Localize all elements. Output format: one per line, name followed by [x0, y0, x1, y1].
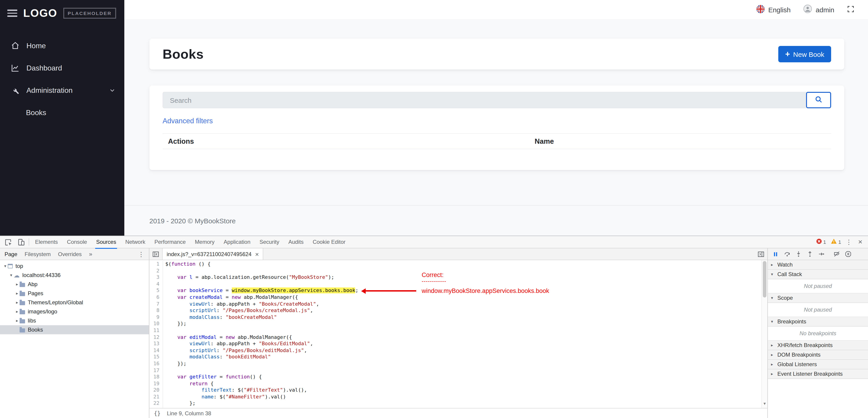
line-number[interactable]: 6	[149, 294, 163, 301]
navigator-tab-page[interactable]: Page	[5, 251, 17, 257]
line-number[interactable]: 14	[149, 347, 163, 354]
line-number[interactable]: 19	[149, 381, 163, 387]
pretty-print-icon[interactable]: {}	[154, 410, 160, 416]
line-number[interactable]: 7	[149, 301, 163, 308]
debugger-section-watch[interactable]: ▸Watch	[768, 260, 868, 270]
hamburger-menu-icon[interactable]	[7, 10, 17, 17]
devtools-tab-sources[interactable]: Sources	[92, 236, 121, 248]
sidebar-item-books[interactable]: Books	[0, 101, 124, 124]
line-number[interactable]: 18	[149, 374, 163, 381]
code-text[interactable]: var editModal = new abp.ModalManager({	[163, 334, 292, 341]
column-header-name[interactable]: Name	[529, 137, 831, 145]
line-number[interactable]: 16	[149, 361, 163, 367]
editor-file-tab[interactable]: index.js?_v=637211002407495624 ×	[162, 248, 264, 260]
user-menu[interactable]: admin	[803, 5, 834, 14]
error-badge[interactable]: 1	[814, 238, 828, 246]
debugger-section-dom-breakpoints[interactable]: ▸DOM Breakpoints	[768, 350, 868, 360]
tree-item-images-logo[interactable]: ▸images/logo	[0, 307, 149, 316]
line-number[interactable]: 4	[149, 281, 163, 288]
navigator-menu-icon[interactable]: ⋮	[138, 250, 144, 258]
devtools-tab-application[interactable]: Application	[219, 236, 255, 248]
devtools-tab-elements[interactable]: Elements	[31, 236, 62, 248]
code-text[interactable]: };	[163, 400, 195, 407]
line-number[interactable]: 1	[149, 261, 163, 268]
advanced-filters-link[interactable]: Advanced filters	[162, 116, 213, 125]
debugger-section-xhr-fetch-breakpoints[interactable]: ▸XHR/fetch Breakpoints	[768, 341, 868, 350]
language-selector[interactable]: English	[756, 5, 790, 14]
code-text[interactable]	[163, 327, 165, 334]
code-text[interactable]: scriptUrl: "/Pages/Books/createModal.js"…	[163, 308, 313, 314]
line-number[interactable]: 23	[149, 407, 163, 408]
debugger-section-call-stack[interactable]: ▾Call Stack	[768, 270, 868, 279]
debugger-section-global-listeners[interactable]: ▸Global Listeners	[768, 360, 868, 369]
step-over-icon[interactable]	[781, 249, 793, 259]
line-number[interactable]: 22	[149, 400, 163, 407]
line-number[interactable]: 10	[149, 321, 163, 327]
step-icon[interactable]	[816, 249, 827, 259]
code-text[interactable]: });	[163, 321, 186, 327]
code-text[interactable]: var createModal = new abp.ModalManager({	[163, 294, 298, 301]
line-number[interactable]: 12	[149, 334, 163, 341]
code-text[interactable]: var bookService = window.myBookStore.app…	[163, 288, 359, 294]
new-book-button[interactable]: + New Book	[778, 46, 831, 62]
line-number[interactable]: 11	[149, 327, 163, 334]
code-text[interactable]	[163, 281, 165, 288]
pause-script-icon[interactable]	[770, 249, 781, 259]
code-text[interactable]: var l = abp.localization.getResource("My…	[163, 274, 334, 281]
tree-item-libs[interactable]: ▸libs	[0, 316, 149, 325]
line-number[interactable]: 3	[149, 274, 163, 281]
debugger-section-breakpoints[interactable]: ▾Breakpoints	[768, 317, 868, 326]
devtools-tab-network[interactable]: Network	[121, 236, 150, 248]
fullscreen-button[interactable]	[847, 5, 854, 14]
line-number[interactable]: 20	[149, 387, 163, 394]
tree-item-top[interactable]: ▾top	[0, 262, 149, 271]
tree-item-books[interactable]: Books	[0, 325, 149, 334]
code-text[interactable]: modalClass: "bookCreateModal"	[163, 314, 277, 321]
code-text[interactable]: $(function () {	[163, 261, 211, 268]
code-text[interactable]	[163, 367, 165, 374]
devtools-tab-console[interactable]: Console	[62, 236, 92, 248]
editor-scrollbar[interactable]: ▼	[762, 260, 767, 408]
code-text[interactable]: return {	[163, 381, 214, 387]
deactivate-breakpoints-icon[interactable]	[831, 249, 842, 259]
line-number[interactable]: 13	[149, 341, 163, 347]
navigator-tab-overrides[interactable]: Overrides	[58, 251, 82, 257]
scrollbar-thumb[interactable]	[763, 261, 767, 298]
sidebar-item-administration[interactable]: Administration	[0, 79, 124, 101]
line-number[interactable]: 8	[149, 308, 163, 314]
more-tabs-chevron[interactable]: »	[89, 251, 92, 257]
code-text[interactable]: });	[163, 361, 186, 367]
devtools-tab-memory[interactable]: Memory	[190, 236, 219, 248]
code-text[interactable]: var getFilter = function() {	[163, 374, 262, 381]
pause-on-exceptions-icon[interactable]	[842, 249, 854, 259]
line-number[interactable]: 9	[149, 314, 163, 321]
sidebar-item-home[interactable]: Home	[0, 35, 124, 57]
device-toolbar-icon[interactable]	[14, 236, 27, 248]
scrollbar-down-arrow[interactable]: ▼	[762, 401, 767, 408]
step-into-icon[interactable]	[793, 249, 804, 259]
navigator-tab-filesystem[interactable]: Filesystem	[25, 251, 51, 257]
devtools-tab-cookie-editor[interactable]: Cookie Editor	[308, 236, 350, 248]
code-text[interactable]: };	[163, 407, 184, 408]
step-out-icon[interactable]	[804, 249, 815, 259]
code-text[interactable]: viewUrl: abp.appPath + "Books/CreateModa…	[163, 301, 319, 308]
inspect-element-icon[interactable]	[2, 236, 14, 248]
search-input[interactable]	[162, 92, 806, 108]
sidebar-item-dashboard[interactable]: Dashboard	[0, 57, 124, 79]
code-text[interactable]: scriptUrl: "/Pages/Books/editModal.js",	[163, 347, 307, 354]
debugger-panel-toggle-icon[interactable]	[754, 248, 767, 260]
devtools-tab-audits[interactable]: Audits	[284, 236, 308, 248]
tree-item-localhost-44336[interactable]: ▾☁localhost:44336	[0, 271, 149, 280]
navigator-toggle-icon[interactable]	[149, 248, 162, 260]
code-text[interactable]: name: $("#NameFilter").val()	[163, 394, 286, 400]
line-number[interactable]: 2	[149, 268, 163, 274]
devtools-tab-performance[interactable]: Performance	[150, 236, 190, 248]
line-number[interactable]: 17	[149, 367, 163, 374]
code-text[interactable]: modalClass: "bookEditModal"	[163, 354, 271, 361]
close-tab-icon[interactable]: ×	[255, 250, 259, 258]
column-header-actions[interactable]: Actions	[162, 137, 529, 145]
devtools-close-icon[interactable]: ×	[855, 238, 866, 246]
code-text[interactable]: viewUrl: abp.appPath + "Books/EditModal"…	[163, 341, 313, 347]
debugger-section-event-listener-breakpoints[interactable]: ▸Event Listener Breakpoints	[768, 369, 868, 379]
debugger-section-scope[interactable]: ▾Scope	[768, 293, 868, 303]
